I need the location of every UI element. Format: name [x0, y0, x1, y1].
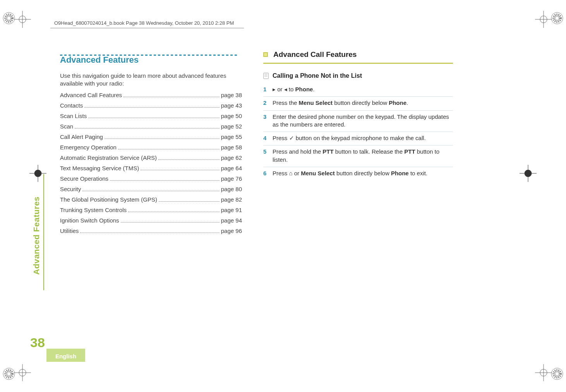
- toc-page: page 76: [221, 175, 242, 182]
- step-text: .: [406, 99, 408, 106]
- header-rule: [50, 28, 244, 28]
- intro-text: Use this navigation guide to learn more …: [60, 72, 242, 88]
- step-number: 3: [263, 113, 273, 129]
- step-text: Press: [273, 170, 289, 176]
- svg-point-21: [554, 371, 560, 377]
- toc-page: page 38: [221, 92, 242, 98]
- toc-label: Text Messaging Service (TMS): [60, 165, 139, 171]
- toc-page: page 96: [221, 228, 242, 234]
- dashed-rule: [60, 50, 242, 52]
- crop-mark-icon: [14, 364, 31, 381]
- step-number: 6: [263, 169, 273, 177]
- step-number: 5: [263, 148, 273, 164]
- print-register-icon: [551, 367, 564, 380]
- left-arrow-icon: ◂: [284, 86, 287, 92]
- svg-point-19: [554, 15, 560, 21]
- button-name: PTT: [404, 148, 415, 155]
- chapter-title: Advanced Features: [60, 55, 242, 65]
- toc-label: Emergency Operation: [60, 144, 117, 151]
- step-text: to: [287, 86, 295, 92]
- toc-label: Utilities: [60, 228, 79, 234]
- sidebar: Advanced Features: [32, 174, 43, 329]
- toc-dots: [141, 166, 220, 170]
- step-text: .: [313, 86, 314, 92]
- toc-dots: [123, 92, 220, 97]
- button-name: Menu Select: [299, 99, 333, 106]
- step-row: 6 Press ⌂ or Menu Select button directly…: [263, 167, 453, 180]
- toc-page: page 80: [221, 186, 242, 192]
- page-number: 38: [30, 335, 45, 350]
- toc-row: Utilitiespage 96: [60, 228, 242, 236]
- svg-point-25: [6, 371, 12, 377]
- softkey-label: Phone: [389, 99, 406, 106]
- toc-page: page 91: [221, 207, 242, 213]
- toc-dots: [82, 187, 220, 191]
- toc-row: Securitypage 80: [60, 186, 242, 194]
- step-row: 5 Press and hold the PTT button to talk.…: [263, 146, 453, 167]
- step-text: button to talk. Release the: [334, 148, 405, 155]
- step-row: 4 Press ✓ button on the keypad microphon…: [263, 132, 453, 146]
- svg-point-23: [6, 15, 12, 21]
- toc-page: page 94: [221, 217, 242, 224]
- crop-mark-icon: [520, 165, 537, 182]
- toc-row: Advanced Call Featurespage 38: [60, 92, 242, 100]
- procedure-icon: [263, 73, 269, 79]
- toc-dots: [159, 197, 220, 202]
- step-text: button directly below: [333, 99, 389, 106]
- toc-label: Scan: [60, 123, 73, 130]
- step-row: 2 Press the Menu Select button directly …: [263, 97, 453, 110]
- right-arrow-icon: ▸: [273, 86, 276, 92]
- crop-mark-icon: [14, 11, 31, 28]
- print-register-icon: [2, 367, 15, 380]
- step-text: Press: [273, 135, 289, 141]
- button-name: Menu Select: [301, 170, 335, 176]
- step-text: or: [293, 170, 301, 176]
- print-register-icon: [2, 12, 15, 25]
- toc-label: Call Alert Paging: [60, 134, 103, 140]
- toc-row: Call Alert Pagingpage 55: [60, 134, 242, 142]
- crop-mark-icon: [535, 11, 552, 28]
- sidebar-rule: [43, 174, 44, 290]
- toc-dots: [84, 103, 220, 108]
- print-register-icon: [551, 12, 564, 25]
- toc-row: Ignition Switch Optionspage 94: [60, 217, 242, 226]
- section-heading: Advanced Call Features: [263, 50, 445, 59]
- language-label: English: [46, 350, 85, 362]
- toc-page: page 43: [221, 102, 242, 109]
- button-name: PTT: [322, 148, 333, 155]
- procedure-title: Calling a Phone Not in the List: [273, 72, 362, 79]
- step-row: 3 Enter the desired phone number on the …: [263, 111, 453, 132]
- toc-row: Text Messaging Service (TMS)page 64: [60, 165, 242, 173]
- toc-label: Ignition Switch Options: [60, 217, 119, 224]
- running-header: O9Head_68007024014_b.book Page 38 Wednes…: [54, 20, 234, 26]
- toc-page: page 55: [221, 134, 242, 140]
- toc-dots: [158, 155, 220, 160]
- toc-page: page 50: [221, 113, 242, 119]
- section-title: Advanced Call Features: [273, 50, 357, 59]
- home-icon: ⌂: [289, 170, 293, 176]
- step-body: Press ✓ button on the keypad microphone …: [273, 134, 453, 142]
- toc-row: Emergency Operationpage 58: [60, 144, 242, 152]
- toc-row: Scanpage 52: [60, 123, 242, 132]
- step-text: to exit.: [409, 170, 427, 176]
- toc-dots: [80, 228, 219, 233]
- toc-dots: [105, 134, 220, 139]
- right-column: Advanced Call Features Calling a Phone N…: [263, 50, 445, 180]
- toc-label: Advanced Call Features: [60, 92, 122, 98]
- section-bullet-icon: [263, 52, 268, 57]
- toc-label: Scan Lists: [60, 113, 87, 119]
- toc-label: Automatic Registration Service (ARS): [60, 154, 157, 161]
- toc-row: The Global Positioning System (GPS)page …: [60, 196, 242, 205]
- toc-label: The Global Positioning System (GPS): [60, 196, 157, 203]
- toc-dots: [118, 145, 220, 149]
- step-number: 4: [263, 134, 273, 142]
- toc-page: page 64: [221, 165, 242, 171]
- toc-row: Trunking System Controlspage 91: [60, 207, 242, 215]
- toc-dots: [110, 176, 220, 181]
- toc-label: Secure Operations: [60, 175, 108, 182]
- toc-page: page 58: [221, 144, 242, 151]
- toc-dots: [128, 207, 220, 212]
- step-text: Press the: [273, 99, 299, 106]
- left-column: Advanced Features Use this navigation gu…: [60, 50, 242, 238]
- toc-dots: [75, 124, 220, 128]
